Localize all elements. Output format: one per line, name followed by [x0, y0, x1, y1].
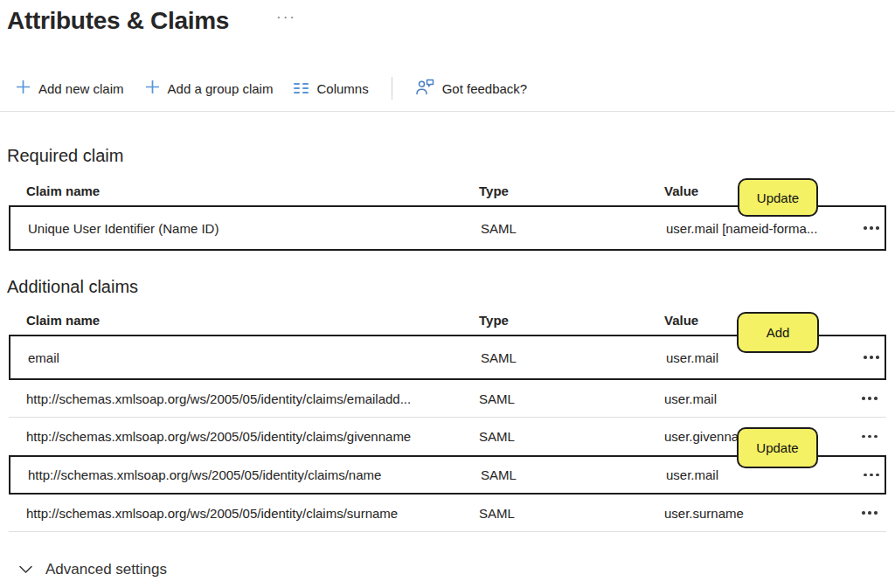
additional-claims-heading: Additional claims — [7, 277, 138, 297]
row-more-menu-button[interactable] — [864, 474, 893, 477]
command-bar: Add new claim Add a group claim Columns … — [16, 75, 527, 101]
row-more-menu-button[interactable] — [864, 226, 893, 230]
claim-value-cell: user.mail — [664, 391, 862, 406]
claim-type-cell: SAML — [479, 391, 664, 406]
claim-type-cell: SAML — [481, 467, 666, 482]
column-header-type: Type — [479, 313, 664, 328]
advanced-settings-toggle[interactable]: Advanced settings — [19, 561, 167, 578]
claim-type-cell: SAML — [479, 429, 664, 444]
add-new-claim-label: Add new claim — [38, 81, 124, 96]
claim-type-cell: SAML — [479, 506, 664, 521]
claim-type-cell: SAML — [481, 221, 666, 236]
more-icon — [864, 226, 867, 230]
claim-type-cell: SAML — [481, 350, 666, 365]
columns-icon — [294, 83, 309, 93]
plus-icon — [16, 80, 31, 98]
claim-value-cell: user.mail [nameid-forma... — [666, 221, 864, 236]
required-claim-heading: Required claim — [7, 146, 123, 166]
columns-button[interactable]: Columns — [294, 81, 368, 96]
row-more-menu-button[interactable] — [864, 356, 893, 359]
claim-name-cell[interactable]: http://schemas.xmlsoap.org/ws/2005/05/id… — [10, 467, 481, 482]
advanced-settings-label: Advanced settings — [45, 561, 167, 578]
claim-name-cell[interactable]: http://schemas.xmlsoap.org/ws/2005/05/id… — [9, 506, 479, 521]
plus-icon — [145, 80, 160, 98]
more-icon — [864, 474, 867, 477]
claim-value-cell: user.mail — [666, 467, 864, 482]
claim-name-cell[interactable]: Unique User Identifier (Name ID) — [10, 221, 481, 236]
claim-name-cell[interactable]: email — [10, 350, 481, 365]
toolbar-separator — [0, 111, 895, 112]
annotation-update-name-claim: Update — [737, 427, 818, 468]
annotation-update-required-claim: Update — [738, 178, 818, 217]
more-icon — [862, 397, 865, 400]
table-row-surname[interactable]: http://schemas.xmlsoap.org/ws/2005/05/id… — [9, 495, 886, 532]
more-icon — [862, 511, 865, 515]
add-group-claim-label: Add a group claim — [168, 81, 274, 96]
table-row-emailaddress[interactable]: http://schemas.xmlsoap.org/ws/2005/05/id… — [9, 380, 886, 418]
more-icon — [862, 435, 865, 439]
toolbar-divider — [392, 77, 392, 100]
add-new-claim-button[interactable]: Add new claim — [16, 80, 124, 98]
claim-name-cell[interactable]: http://schemas.xmlsoap.org/ws/2005/05/id… — [9, 429, 479, 444]
columns-label: Columns — [316, 81, 368, 96]
column-header-claim-name: Claim name — [9, 313, 479, 328]
page-title: Attributes & Claims — [7, 7, 229, 35]
row-more-menu-button[interactable] — [862, 435, 892, 439]
claim-value-cell: user.surname — [664, 506, 862, 521]
row-more-menu-button[interactable] — [862, 511, 892, 515]
column-header-claim-name: Claim name — [9, 183, 479, 198]
add-group-claim-button[interactable]: Add a group claim — [145, 80, 274, 98]
more-icon — [864, 356, 867, 359]
got-feedback-button[interactable]: Got feedback? — [415, 78, 528, 99]
feedback-icon — [415, 78, 434, 99]
got-feedback-label: Got feedback? — [442, 81, 528, 96]
more-options-icon[interactable]: ··· — [276, 9, 296, 26]
claim-name-cell[interactable]: http://schemas.xmlsoap.org/ws/2005/05/id… — [9, 391, 479, 406]
chevron-down-icon — [19, 562, 32, 578]
annotation-add-email-claim: Add — [737, 312, 819, 353]
column-header-type: Type — [479, 183, 664, 198]
row-more-menu-button[interactable] — [862, 397, 892, 400]
